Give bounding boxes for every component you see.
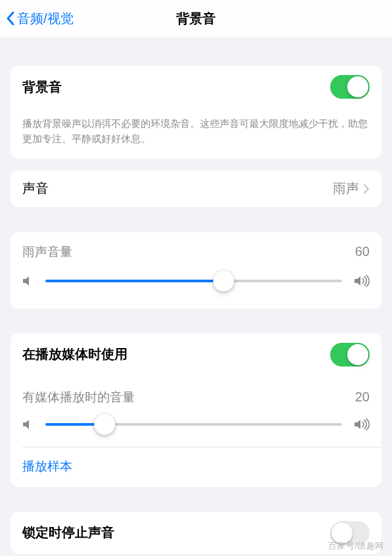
media-volume-label: 有媒体播放时的音量: [22, 389, 135, 406]
volume-low-icon: [22, 275, 34, 287]
chevron-left-icon: [5, 11, 16, 26]
volume-low-icon: [22, 418, 34, 430]
background-sound-description: 播放背景噪声以消弭不必要的环境杂音。这些声音可最大限度地减少干扰，助您更加专注、…: [11, 108, 381, 159]
sound-picker-group: 声音 雨声: [11, 170, 381, 207]
rain-volume-label: 雨声音量: [22, 243, 72, 261]
rain-volume-value: 60: [355, 244, 370, 259]
lock-toggle[interactable]: [330, 521, 370, 545]
background-sound-label: 背景音: [22, 78, 62, 96]
back-label: 音频/视觉: [17, 10, 74, 28]
lock-toggle-row: 锁定时停止声音: [11, 512, 381, 554]
media-volume-header: 有媒体播放时的音量 20: [11, 376, 381, 410]
media-volume-slider-row: [11, 410, 381, 447]
volume-high-icon: [354, 418, 370, 430]
rain-volume-group: 雨声音量 60: [11, 232, 381, 309]
media-volume-value: 20: [355, 390, 370, 405]
background-sound-toggle[interactable]: [330, 75, 370, 99]
background-sound-row: 背景音: [11, 66, 381, 108]
lock-group: 锁定时停止声音: [11, 512, 381, 554]
rain-volume-header: 雨声音量 60: [11, 232, 381, 266]
navbar: 音频/视觉 背景音: [0, 0, 392, 37]
media-group: 在播放媒体时使用 有媒体播放时的音量 20: [11, 334, 381, 487]
volume-high-icon: [354, 275, 370, 287]
media-toggle-label: 在播放媒体时使用: [22, 345, 128, 363]
lock-toggle-label: 锁定时停止声音: [22, 524, 114, 542]
media-toggle-row: 在播放媒体时使用: [11, 334, 381, 376]
sound-picker-label: 声音: [22, 180, 49, 197]
rain-volume-slider-row: [11, 266, 381, 309]
chevron-right-icon: [363, 184, 370, 194]
rain-volume-slider[interactable]: [45, 270, 342, 291]
play-sample-row: 播放样本: [11, 447, 381, 487]
media-toggle[interactable]: [330, 343, 370, 366]
sound-picker-value: 雨声: [333, 180, 359, 197]
play-sample-link[interactable]: 播放样本: [22, 459, 72, 473]
lock-description: 启用时，背景音在 iPad 锁定时将会停止。: [11, 554, 381, 557]
media-volume-slider[interactable]: [45, 414, 342, 435]
sound-picker-row[interactable]: 声音 雨声: [11, 170, 381, 207]
back-button[interactable]: 音频/视觉: [0, 10, 74, 28]
background-sound-group: 背景音 播放背景噪声以消弭不必要的环境杂音。这些声音可最大限度地减少干扰，助您更…: [11, 66, 381, 159]
